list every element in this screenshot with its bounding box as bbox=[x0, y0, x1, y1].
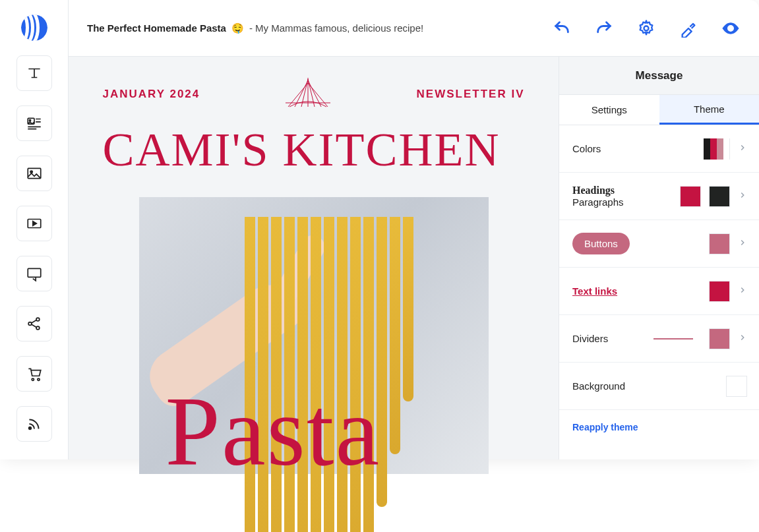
swatch-background bbox=[726, 376, 747, 397]
swatch-buttons bbox=[709, 233, 730, 254]
row-label: Headings Paragraphs bbox=[572, 185, 672, 208]
swatch-dividers bbox=[709, 328, 730, 349]
theme-row-background[interactable]: Background bbox=[559, 363, 759, 410]
newsletter-date: JANUARY 2024 bbox=[103, 88, 200, 101]
theme-row-textlinks[interactable]: Text links bbox=[559, 268, 759, 315]
right-panel: Message Settings Theme Colors bbox=[559, 57, 759, 459]
tab-theme[interactable]: Theme bbox=[659, 95, 760, 125]
chevron-right-icon bbox=[738, 238, 747, 250]
svg-point-13 bbox=[28, 427, 30, 429]
textlinks-label: Text links bbox=[572, 285, 617, 297]
swatch-paragraphs bbox=[709, 186, 730, 207]
newsletter-edition: NEWSLETTER IV bbox=[417, 88, 525, 101]
hero-image: Pasta bbox=[139, 197, 489, 474]
undo-button[interactable] bbox=[552, 18, 572, 38]
theme-row-colors[interactable]: Colors bbox=[559, 125, 759, 173]
swatch-textlinks bbox=[709, 281, 730, 302]
svg-point-10 bbox=[36, 326, 40, 330]
doc-title-sub: - My Mammas famous, delicious recipe! bbox=[249, 22, 423, 34]
svg-rect-7 bbox=[28, 268, 41, 277]
chevron-right-icon bbox=[738, 143, 747, 155]
theme-row-typography[interactable]: Headings Paragraphs bbox=[559, 173, 759, 220]
sunburst-icon bbox=[282, 76, 334, 111]
tab-settings[interactable]: Settings bbox=[559, 95, 659, 125]
swatch-headings bbox=[680, 186, 701, 207]
row-label: Background bbox=[572, 380, 718, 392]
app-logo bbox=[18, 12, 50, 44]
top-bar: The Perfect Homemade Pasta 🤤 - My Mammas… bbox=[69, 0, 759, 57]
svg-point-12 bbox=[37, 378, 39, 380]
editor-canvas[interactable]: JANUARY 2024 NEWSLETTER IV CAMI'S KITCHE… bbox=[69, 57, 559, 459]
settings-button[interactable] bbox=[636, 18, 656, 38]
doc-title-main: The Perfect Homemade Pasta bbox=[87, 22, 226, 34]
rss-block-button[interactable] bbox=[16, 406, 52, 442]
svg-point-11 bbox=[32, 378, 34, 380]
share-block-button[interactable] bbox=[16, 306, 52, 341]
svg-point-15 bbox=[729, 26, 733, 30]
reapply-theme-button[interactable]: Reapply theme bbox=[559, 410, 759, 444]
buttons-pill: Buttons bbox=[572, 233, 630, 254]
theme-row-buttons[interactable]: Buttons bbox=[559, 220, 759, 268]
row-label: Colors bbox=[572, 143, 696, 154]
preview-button[interactable] bbox=[721, 18, 741, 38]
text-block-button[interactable] bbox=[16, 55, 52, 91]
chevron-right-icon bbox=[738, 191, 747, 202]
document-title[interactable]: The Perfect Homemade Pasta 🤤 - My Mammas… bbox=[87, 22, 545, 34]
brand-heading: CAMI'S KITCHEN bbox=[103, 126, 525, 173]
embed-block-button[interactable] bbox=[16, 256, 52, 291]
design-button[interactable] bbox=[679, 18, 698, 38]
image-text-block-button[interactable] bbox=[16, 105, 52, 141]
panel-title: Message bbox=[559, 57, 759, 95]
divider-preview bbox=[653, 338, 693, 340]
chevron-right-icon bbox=[738, 285, 747, 297]
svg-point-14 bbox=[644, 26, 649, 30]
row-label: Dividers bbox=[572, 333, 646, 344]
svg-point-8 bbox=[28, 322, 32, 326]
chevron-right-icon bbox=[738, 333, 747, 345]
doc-title-emoji: 🤤 bbox=[231, 22, 244, 34]
cart-block-button[interactable] bbox=[16, 356, 52, 392]
hero-word: Pasta bbox=[166, 382, 381, 481]
video-block-button[interactable] bbox=[16, 206, 52, 241]
left-toolbar bbox=[0, 0, 69, 459]
redo-button[interactable] bbox=[594, 18, 614, 38]
theme-row-dividers[interactable]: Dividers bbox=[559, 315, 759, 363]
image-block-button[interactable] bbox=[16, 156, 52, 191]
svg-point-9 bbox=[36, 318, 40, 321]
svg-point-3 bbox=[29, 120, 30, 121]
color-swatches bbox=[704, 138, 730, 160]
